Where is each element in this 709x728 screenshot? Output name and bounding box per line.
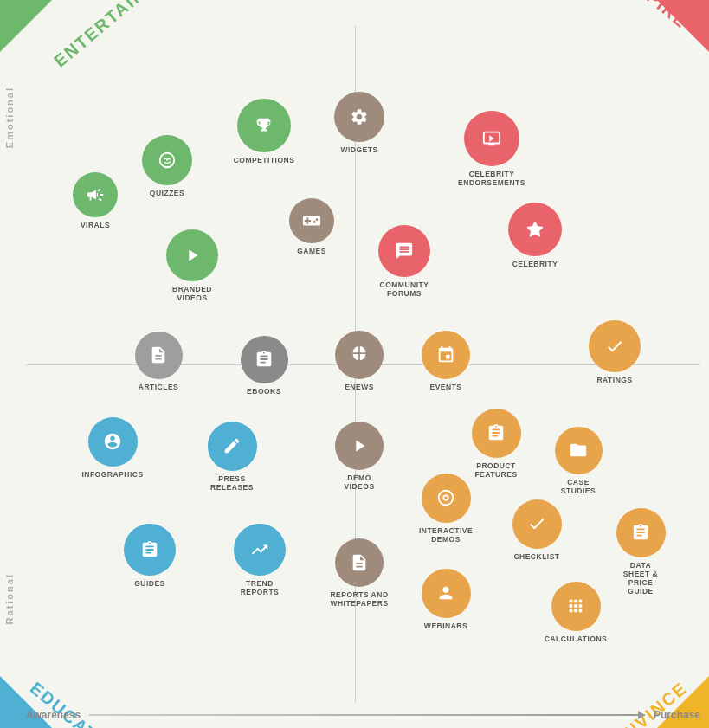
circle-press-releases (208, 422, 257, 471)
circle-competitions (237, 99, 291, 152)
label-calculations: CALCULATIONS (545, 635, 607, 643)
label-virals: VIRALS (81, 221, 110, 229)
circle-trend-reports (234, 524, 286, 576)
circle-guides (124, 524, 176, 576)
circle-ebooks (241, 336, 288, 383)
item-articles[interactable]: ARTICLES (135, 332, 183, 391)
x-axis-labels: Awareness Purchase (26, 709, 700, 721)
circle-games (289, 198, 334, 243)
label-articles: ARTICLES (139, 383, 179, 391)
label-widgets: WIDGETS (340, 145, 377, 154)
label-branded-videos: BRANDED VIDEOS (166, 285, 218, 302)
label-checklist: CHECKLIST (513, 552, 559, 561)
label-reports-whitepapers: REPORTS AND WHITEPAPERS (330, 590, 388, 608)
emotional-label: Emotional (4, 87, 15, 148)
circle-virals (73, 172, 118, 217)
item-virals[interactable]: VIRALS (73, 172, 118, 229)
label-events: EVENTS (429, 383, 461, 391)
label-community-forums: COMMUNITY FORUMS (378, 280, 430, 298)
label-demo-videos: DEMO VIDEOS (335, 474, 384, 491)
label-infographics: INFOGRAPHICS (81, 470, 143, 479)
circle-reports-whitepapers (335, 538, 384, 587)
item-press-releases[interactable]: PRESS RELEASES (208, 422, 257, 492)
label-games: GAMES (297, 247, 326, 255)
label-webinars: WEBINARS (424, 622, 467, 630)
circle-demo-videos (335, 422, 384, 470)
item-demo-videos[interactable]: DEMO VIDEOS (335, 422, 384, 491)
item-quizzes[interactable]: QUIZZES (142, 135, 192, 197)
item-infographics[interactable]: INFOGRAPHICS (88, 417, 138, 479)
item-competitions[interactable]: COMPETITIONS (237, 99, 291, 164)
item-data-sheet[interactable]: DATA SHEET & PRICE GUIDE (616, 508, 666, 596)
item-celebrity-endorse[interactable]: CELEBRITY ENDORSEMENTS (464, 111, 519, 187)
item-widgets[interactable]: WIDGETS (334, 92, 384, 154)
item-events[interactable]: EVENTS (422, 331, 470, 391)
item-webinars[interactable]: WEBINARS (422, 569, 471, 630)
purchase-label: Purchase (654, 709, 700, 721)
label-interactive-demos: INTERACTIVE DEMOS (419, 526, 473, 544)
circle-data-sheet (616, 508, 666, 557)
label-celebrity-endorse: CELEBRITY ENDORSEMENTS (458, 170, 525, 187)
label-case-studies: CASE STUDIES (555, 478, 603, 495)
item-calculations[interactable]: CALCULATIONS (551, 582, 601, 643)
label-celebrity: CELEBRITY (512, 260, 558, 268)
circle-checklist (512, 499, 562, 549)
label-ratings: RATINGS (596, 376, 632, 384)
circle-community-forums (378, 225, 430, 277)
circle-ratings (589, 320, 641, 372)
rational-label: Rational (4, 573, 15, 624)
circle-articles (135, 332, 183, 379)
circle-webinars (422, 569, 471, 618)
circle-celebrity-endorse (464, 111, 519, 166)
item-reports-whitepapers[interactable]: REPORTS AND WHITEPAPERS (335, 538, 384, 608)
item-ebooks[interactable]: EBOOKS (241, 336, 288, 396)
item-enews[interactable]: ENEWS (335, 331, 384, 391)
entertain-label: ENTERTAIN (50, 0, 150, 71)
corner-tl (0, 0, 52, 52)
item-trend-reports[interactable]: TREND REPORTS (234, 524, 286, 596)
item-branded-videos[interactable]: BRANDED VIDEOS (166, 229, 218, 302)
label-ebooks: EBOOKS (247, 387, 281, 396)
circle-quizzes (142, 135, 192, 185)
item-product-features[interactable]: PRODUCT FEATURES (472, 409, 521, 479)
label-quizzes: QUIZZES (150, 189, 184, 197)
circle-infographics (88, 417, 138, 467)
circle-product-features (472, 409, 521, 458)
arrow-line (89, 714, 645, 716)
chart-container: ENTERTAIN INSPIRE EDUCATE CONVINCE Emoti… (0, 0, 709, 728)
item-checklist[interactable]: CHECKLIST (512, 499, 562, 561)
circle-events (422, 331, 470, 379)
label-trend-reports: TREND REPORTS (234, 579, 286, 596)
label-guides: GUIDES (134, 579, 165, 588)
label-data-sheet: DATA SHEET & PRICE GUIDE (616, 561, 666, 596)
item-ratings[interactable]: RATINGS (589, 320, 641, 384)
item-games[interactable]: GAMES (289, 198, 334, 255)
circle-case-studies (555, 427, 603, 474)
circle-interactive-demos (422, 474, 471, 523)
label-product-features: PRODUCT FEATURES (472, 461, 521, 479)
label-competitions: COMPETITIONS (234, 156, 295, 164)
circle-branded-videos (166, 229, 218, 281)
circle-calculations (551, 582, 601, 631)
item-celebrity[interactable]: CELEBRITY (508, 203, 562, 268)
circle-celebrity (508, 203, 562, 256)
item-community-forums[interactable]: COMMUNITY FORUMS (378, 225, 430, 298)
circle-widgets (334, 92, 384, 142)
label-press-releases: PRESS RELEASES (208, 474, 257, 492)
item-guides[interactable]: GUIDES (124, 524, 176, 588)
item-interactive-demos[interactable]: INTERACTIVE DEMOS (422, 474, 471, 544)
label-enews: ENEWS (345, 383, 374, 391)
item-case-studies[interactable]: CASE STUDIES (555, 427, 603, 495)
awareness-label: Awareness (26, 709, 81, 721)
circle-enews (335, 331, 384, 379)
